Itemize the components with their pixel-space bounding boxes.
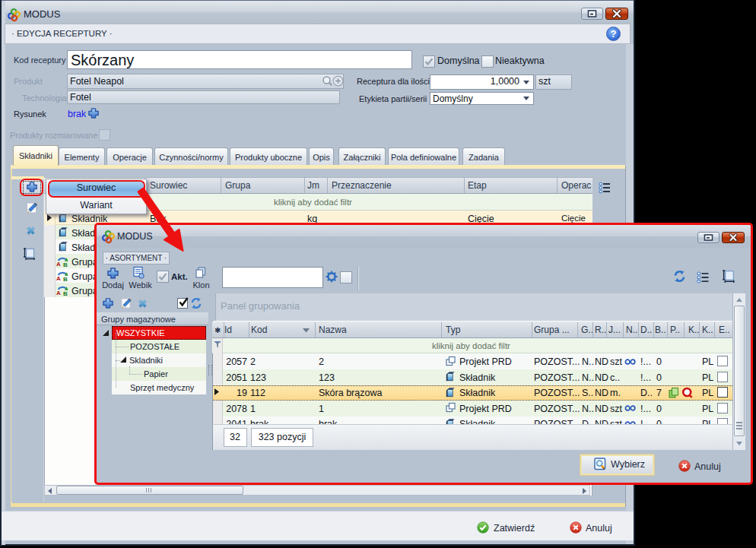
svg-text:B: B — [63, 276, 68, 283]
svg-text:B: B — [63, 290, 68, 297]
svg-text:A: A — [56, 290, 61, 296]
svg-text:B: B — [63, 261, 68, 268]
svg-text:A: A — [56, 275, 61, 282]
svg-text:A: A — [56, 261, 61, 268]
